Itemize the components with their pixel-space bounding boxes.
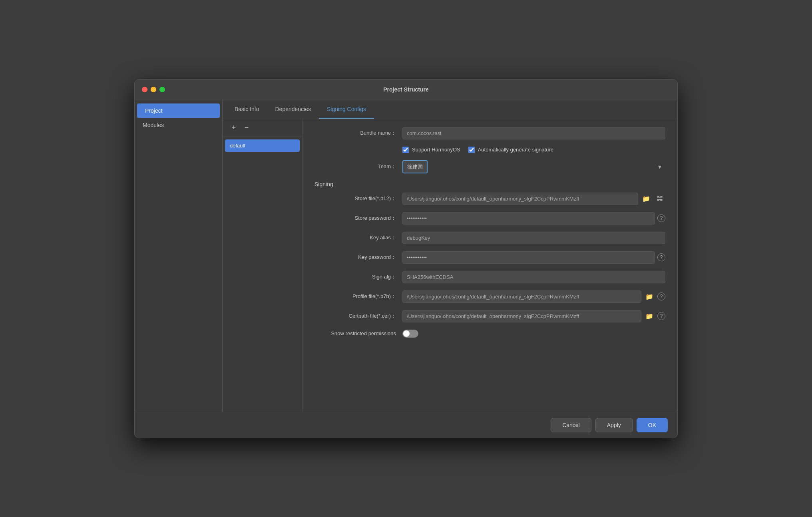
team-label: Team：	[314, 163, 402, 170]
certpath-file-folder-button[interactable]: 📁	[644, 310, 655, 322]
store-file-label: Store file(*.p12)：	[314, 195, 402, 202]
support-harmonyos-item: Support HarmonyOS	[402, 147, 460, 153]
signing-section-title: Signing	[314, 181, 333, 187]
bundle-name-label: Bundle name：	[314, 129, 402, 137]
tab-dependencies[interactable]: Dependencies	[267, 100, 319, 119]
project-structure-dialog: Project Structure Project Modules Basic …	[134, 79, 678, 438]
store-password-input[interactable]	[402, 212, 655, 225]
add-config-button[interactable]: +	[229, 123, 239, 133]
store-password-row: Store password： ?	[314, 212, 665, 225]
sidebar-item-project[interactable]: Project	[137, 103, 220, 118]
store-file-input-group: 📁 𝌢	[402, 193, 665, 205]
sidebar-item-modules[interactable]: Modules	[135, 118, 222, 132]
minimize-button[interactable]	[151, 87, 156, 92]
sign-alg-row: Sign alg：	[314, 271, 665, 283]
profile-file-input-group: 📁 ?	[402, 290, 665, 303]
store-file-fingerprint-button[interactable]: 𝌢	[654, 193, 665, 204]
footer: Cancel Apply OK	[135, 412, 677, 438]
show-restricted-row: Show restricted permissions	[314, 330, 665, 338]
certpath-file-label: Certpath file(*.cer)：	[314, 312, 402, 320]
sign-alg-input[interactable]	[402, 271, 665, 283]
signing-list-item-default[interactable]: default	[225, 139, 300, 152]
profile-folder-icon: 📁	[645, 293, 653, 300]
auto-signature-label: Automatically generate signature	[478, 147, 553, 153]
bundle-name-row: Bundle name：	[314, 127, 665, 139]
profile-file-input[interactable]	[402, 290, 641, 303]
apply-button[interactable]: Apply	[595, 418, 633, 432]
auto-signature-item: Automatically generate signature	[468, 147, 553, 153]
key-password-input-group: ?	[402, 251, 665, 264]
fingerprint-icon: 𝌢	[657, 194, 663, 203]
team-select[interactable]: 徐建国	[402, 160, 428, 173]
team-row: Team： 徐建国	[314, 160, 665, 173]
store-file-folder-button[interactable]: 📁	[641, 193, 652, 204]
signing-list-panel: + − default	[223, 119, 303, 412]
form-area: Bundle name： Support HarmonyOS Automatic…	[303, 119, 677, 412]
sidebar: Project Modules	[135, 100, 223, 412]
certpath-file-input-group: 📁 ?	[402, 310, 665, 322]
key-alias-label: Key alias：	[314, 234, 402, 241]
auto-signature-checkbox[interactable]	[468, 147, 475, 153]
titlebar: Project Structure	[135, 80, 677, 100]
show-restricted-toggle[interactable]	[402, 330, 418, 338]
signing-section: Signing	[314, 181, 665, 188]
tab-signing-configs[interactable]: Signing Configs	[319, 100, 374, 119]
panel: + − default Bundle name：	[223, 119, 677, 412]
key-password-label: Key password：	[314, 254, 402, 261]
toggle-knob	[403, 330, 410, 337]
show-restricted-label: Show restricted permissions	[314, 330, 402, 336]
main-layout: Project Modules Basic Info Dependencies …	[135, 100, 677, 412]
checkboxes-row: Support HarmonyOS Automatically generate…	[402, 147, 665, 153]
key-alias-row: Key alias：	[314, 232, 665, 244]
certpath-file-input[interactable]	[402, 310, 641, 322]
show-restricted-toggle-wrapper	[402, 330, 418, 338]
key-alias-input[interactable]	[402, 232, 665, 244]
tabs-bar: Basic Info Dependencies Signing Configs	[223, 100, 677, 119]
profile-file-folder-button[interactable]: 📁	[644, 291, 655, 302]
key-password-help-icon[interactable]: ?	[657, 253, 665, 261]
sign-alg-label: Sign alg：	[314, 273, 402, 280]
remove-config-button[interactable]: −	[242, 123, 251, 133]
support-harmonyos-checkbox[interactable]	[402, 147, 409, 153]
store-password-input-group: ?	[402, 212, 665, 225]
profile-file-row: Profile file(*.p7b)： 📁 ?	[314, 290, 665, 303]
signing-list: default	[223, 137, 302, 154]
cancel-button[interactable]: Cancel	[551, 418, 591, 432]
ok-button[interactable]: OK	[637, 418, 668, 432]
certpath-file-help-icon[interactable]: ?	[657, 312, 665, 320]
certpath-folder-icon: 📁	[645, 312, 653, 320]
tab-basic-info[interactable]: Basic Info	[227, 100, 267, 119]
folder-icon: 📁	[642, 195, 650, 203]
content-area: Basic Info Dependencies Signing Configs …	[223, 100, 677, 412]
store-password-label: Store password：	[314, 215, 402, 222]
list-toolbar: + −	[223, 119, 302, 137]
maximize-button[interactable]	[159, 87, 165, 92]
store-file-row: Store file(*.p12)： 📁 𝌢	[314, 193, 665, 205]
bundle-name-input[interactable]	[402, 127, 665, 139]
profile-file-help-icon[interactable]: ?	[657, 292, 665, 300]
store-file-input[interactable]	[402, 193, 638, 205]
traffic-lights	[142, 87, 165, 92]
profile-file-label: Profile file(*.p7b)：	[314, 293, 402, 300]
dialog-title: Project Structure	[383, 86, 429, 93]
key-password-row: Key password： ?	[314, 251, 665, 264]
key-password-input[interactable]	[402, 251, 655, 264]
support-harmonyos-label: Support HarmonyOS	[412, 147, 460, 153]
close-button[interactable]	[142, 87, 147, 92]
certpath-file-row: Certpath file(*.cer)： 📁 ?	[314, 310, 665, 322]
team-select-wrapper: 徐建国	[402, 160, 665, 173]
store-password-help-icon[interactable]: ?	[657, 214, 665, 222]
